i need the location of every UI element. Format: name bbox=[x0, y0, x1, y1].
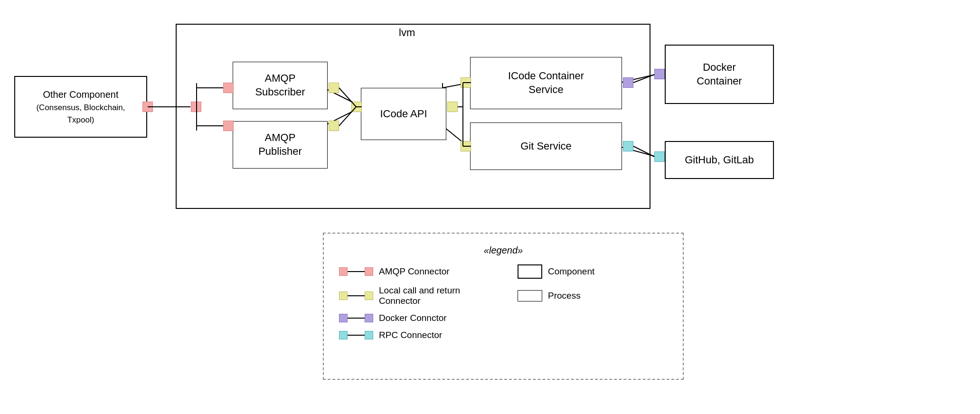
sq-yellow-icodeapi-left bbox=[351, 102, 362, 112]
legend-docker-label: Docker Connctor bbox=[379, 313, 447, 323]
legend-local-connector bbox=[339, 292, 373, 300]
icode-api-box: ICode API bbox=[361, 88, 446, 140]
legend-line-rpc bbox=[348, 335, 365, 336]
legend-rpc-connector bbox=[339, 331, 373, 339]
sq-purple-icodecontainer-right bbox=[623, 77, 633, 88]
docker-container-box: DockerContainer bbox=[665, 45, 774, 104]
legend-line-docker bbox=[348, 318, 365, 319]
legend-component-box bbox=[518, 264, 542, 279]
diagram: lvm Other Component(Consensus, Blockchai… bbox=[0, 0, 980, 414]
legend-item-component: Component bbox=[518, 264, 668, 279]
lvm-label: lvm bbox=[399, 27, 415, 39]
legend-line-local bbox=[348, 295, 365, 296]
legend-sq-purple-right bbox=[365, 314, 373, 322]
legend-box: «legend» AMQP Connector Component bbox=[323, 233, 684, 380]
sq-pink-lvm-entry bbox=[191, 102, 201, 112]
legend-sq-yellow-left bbox=[339, 292, 348, 300]
icode-api-label: ICode API bbox=[380, 107, 427, 121]
sq-yellow-subscriber-right bbox=[329, 83, 339, 93]
sq-yellow-publisher-right bbox=[329, 121, 339, 131]
legend-item-rpc: RPC Connector bbox=[339, 330, 489, 340]
sq-purple-docker-left bbox=[654, 69, 665, 79]
legend-item-process: Process bbox=[518, 285, 668, 306]
amqp-publisher-label: AMQPPublisher bbox=[258, 131, 302, 158]
legend-sq-cyan-left bbox=[339, 331, 348, 339]
github-gitlab-label: GitHub, GitLab bbox=[685, 153, 754, 167]
other-component-label: Other Component(Consensus, Blockchain,Tx… bbox=[36, 88, 125, 125]
legend-rpc-label: RPC Connector bbox=[379, 330, 442, 340]
legend-grid: AMQP Connector Component Local call and … bbox=[339, 264, 668, 340]
legend-component-label: Component bbox=[548, 266, 594, 277]
legend-amqp-connector bbox=[339, 267, 373, 276]
icode-container-service-label: ICode ContainerService bbox=[508, 69, 584, 96]
sq-yellow-gitservice-left bbox=[461, 141, 471, 151]
legend-item-local: Local call and return Connector bbox=[339, 285, 489, 306]
legend-sq-cyan-right bbox=[365, 331, 373, 339]
github-gitlab-box: GitHub, GitLab bbox=[665, 141, 774, 179]
legend-item-docker: Docker Connctor bbox=[339, 313, 489, 323]
sq-yellow-icodecontainer-left bbox=[461, 77, 471, 88]
git-service-box: Git Service bbox=[470, 122, 622, 170]
sq-pink-other-right bbox=[142, 102, 153, 112]
docker-container-label: DockerContainer bbox=[697, 61, 742, 88]
legend-local-label: Local call and return Connector bbox=[379, 285, 489, 306]
sq-cyan-github-left bbox=[654, 151, 665, 162]
legend-sq-pink-right bbox=[365, 267, 373, 276]
legend-process-box bbox=[518, 290, 542, 301]
legend-docker-connector bbox=[339, 314, 373, 322]
legend-sq-pink-left bbox=[339, 267, 348, 276]
sq-yellow-icodeapi-right bbox=[447, 102, 458, 112]
other-component-box: Other Component(Consensus, Blockchain,Tx… bbox=[14, 76, 147, 138]
sq-cyan-gitservice-right bbox=[623, 141, 633, 151]
legend-sq-yellow-right bbox=[365, 292, 373, 300]
legend-item-amqp: AMQP Connector bbox=[339, 264, 489, 279]
amqp-subscriber-label: AMQPSubscriber bbox=[255, 72, 305, 99]
legend-process-label: Process bbox=[548, 291, 581, 301]
amqp-subscriber-box: AMQPSubscriber bbox=[233, 62, 328, 109]
legend-amqp-label: AMQP Connector bbox=[379, 266, 450, 277]
amqp-publisher-box: AMQPPublisher bbox=[233, 121, 328, 169]
icode-container-service-box: ICode ContainerService bbox=[470, 57, 622, 109]
legend-title: «legend» bbox=[339, 245, 668, 256]
legend-line-amqp bbox=[348, 271, 365, 272]
sq-pink-subscriber-left bbox=[223, 83, 234, 93]
legend-sq-purple-left bbox=[339, 314, 348, 322]
git-service-label: Git Service bbox=[520, 140, 572, 153]
sq-pink-publisher-left bbox=[223, 121, 234, 131]
